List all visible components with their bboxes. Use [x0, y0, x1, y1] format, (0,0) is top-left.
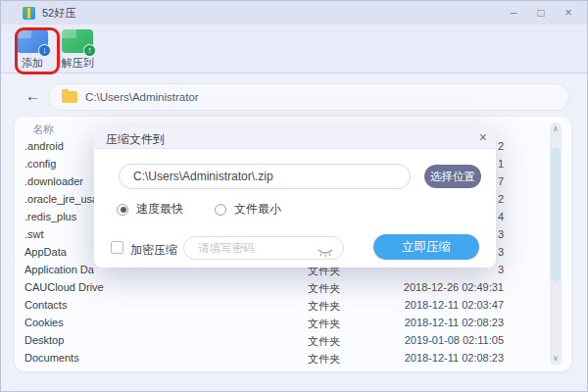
dialog-header: 压缩文件到 × — [94, 126, 496, 149]
scrollbar[interactable]: ∧ ∨ — [550, 122, 562, 366]
archive-path-input[interactable] — [119, 164, 411, 189]
window-controls: – □ × — [507, 6, 575, 20]
file-name: Desktop — [24, 334, 64, 346]
scroll-down-icon[interactable]: ∨ — [550, 352, 562, 366]
radio-smallest-file[interactable] — [215, 204, 226, 216]
extract-button[interactable]: ↑ 解压到 — [56, 29, 99, 71]
file-type: 文件夹 — [308, 281, 340, 296]
file-time: 2018-12-11 02:03:47 — [405, 299, 504, 311]
file-row[interactable]: Cookies文件夹2018-12-11 02:08:23 — [15, 315, 571, 332]
scroll-up-icon[interactable]: ∧ — [550, 122, 562, 136]
choose-location-button[interactable]: 选择位置 — [424, 165, 481, 188]
file-name: Contacts — [24, 299, 67, 311]
compress-now-button[interactable]: 立即压缩 — [373, 234, 479, 260]
add-archive-icon: ↓ — [17, 29, 48, 53]
file-row[interactable]: CAUCloud Drive文件夹2018-12-26 02:49:31 — [15, 279, 571, 297]
add-button[interactable]: ↓ 添加 — [11, 29, 54, 71]
file-name: AppData — [24, 246, 67, 258]
maximize-button[interactable]: □ — [534, 6, 548, 20]
file-time: 2019-01-08 02:11:05 — [405, 334, 504, 346]
file-name: Documents — [24, 352, 79, 364]
up-arrow-icon: ↑ — [83, 44, 96, 57]
extract-archive-icon: ↑ — [62, 29, 93, 53]
dialog-bottom-row: 加密压缩 立即压缩 — [94, 234, 496, 262]
file-row[interactable]: Desktop文件夹2019-01-08 02:11:05 — [15, 332, 571, 350]
file-time: 2018-12-11 02:08:23 — [405, 317, 504, 328]
address-bar[interactable]: C:\Users\Administrator — [48, 83, 569, 111]
down-arrow-icon: ↓ — [38, 44, 51, 57]
file-type: 文件夹 — [308, 352, 340, 367]
toolbar: ↓ 添加 ↑ 解压到 — [1, 24, 587, 74]
back-arrow-icon[interactable]: ← — [25, 87, 40, 104]
encrypt-checkbox[interactable] — [111, 241, 123, 254]
column-header-name[interactable]: 名称 — [32, 122, 54, 137]
file-name: Application Da — [24, 264, 94, 275]
file-time: 2 — [498, 140, 504, 152]
file-row[interactable]: Documents文件夹2018-12-11 02:08:23 — [15, 350, 571, 368]
file-time: 7 — [498, 175, 504, 187]
encrypt-label[interactable]: 加密压缩 — [130, 242, 177, 259]
file-name: Cookies — [24, 317, 64, 328]
file-row[interactable]: Contacts文件夹2018-12-11 02:03:47 — [15, 297, 571, 315]
dialog-title: 压缩文件到 — [106, 131, 165, 148]
file-name: .oracle_jre_usa — [24, 193, 98, 205]
minimize-button[interactable]: – — [507, 6, 520, 20]
file-type: 文件夹 — [308, 299, 340, 314]
window-title: 52好压 — [42, 6, 75, 21]
dialog-close-icon[interactable]: × — [479, 129, 487, 145]
eye-closed-icon[interactable] — [318, 244, 333, 262]
add-button-label: 添加 — [11, 56, 54, 71]
file-name: .android — [24, 140, 64, 152]
file-time: 2018-12-26 02:49:31 — [404, 281, 504, 293]
file-type: 文件夹 — [308, 317, 340, 331]
file-type: 文件夹 — [308, 334, 340, 349]
file-time: 3 — [498, 246, 504, 258]
address-path: C:\Users\Administrator — [85, 91, 199, 103]
extract-button-label: 解压到 — [56, 56, 99, 71]
file-time: 3 — [498, 228, 504, 240]
file-name: .redis_plus — [24, 211, 76, 222]
radio-fastest-speed-label[interactable]: 速度最快 — [136, 201, 183, 218]
file-time: 1 — [498, 158, 504, 170]
file-name: .config — [24, 158, 56, 170]
close-button[interactable]: × — [562, 6, 575, 20]
file-time: 4 — [498, 211, 504, 222]
folder-icon — [62, 91, 77, 103]
scrollbar-thumb[interactable] — [551, 148, 561, 281]
file-name: .swt — [24, 228, 44, 240]
file-time: 3 — [498, 264, 504, 275]
file-name: .downloader — [24, 175, 83, 187]
app-window: 52好压 – □ × ↓ 添加 ↑ 解压到 ← C:\Users\Adminis… — [0, 0, 588, 392]
file-time: 2018-12-11 02:08:23 — [405, 352, 504, 364]
password-input[interactable] — [196, 237, 312, 259]
compression-mode-options: 速度最快 文件最小 — [117, 201, 305, 218]
titlebar: 52好压 – □ × — [1, 1, 587, 24]
password-field-wrap — [183, 236, 344, 260]
radio-fastest-speed[interactable] — [117, 204, 128, 216]
app-logo-icon — [23, 7, 35, 20]
file-name: CAUCloud Drive — [24, 281, 104, 293]
compress-dialog: 压缩文件到 × 选择位置 速度最快 文件最小 加密压缩 立即压 — [94, 126, 496, 268]
file-time: 2 — [498, 193, 504, 205]
radio-smallest-file-label[interactable]: 文件最小 — [234, 201, 281, 218]
